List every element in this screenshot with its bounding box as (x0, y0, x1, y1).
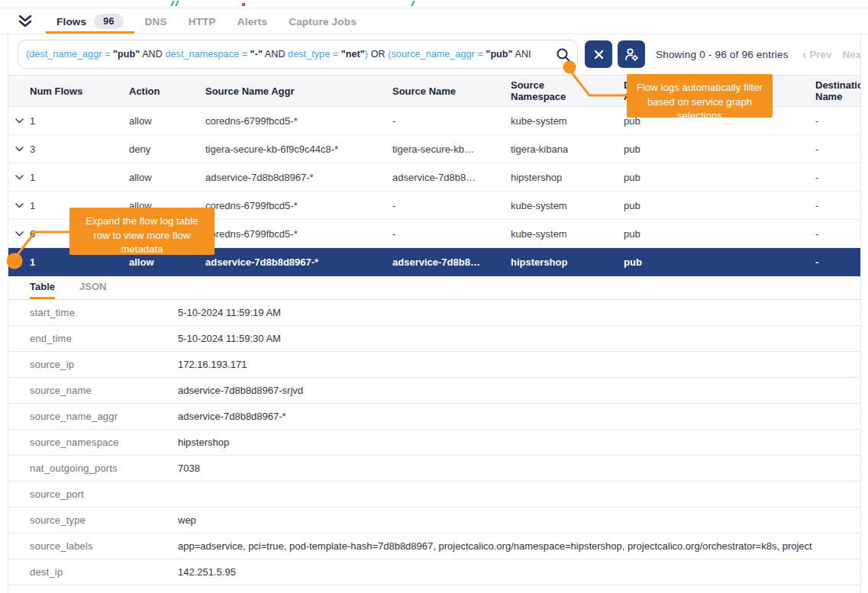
tab-capture-jobs[interactable]: Capture Jobs (278, 9, 367, 34)
detail-tabs: TableJSON (8, 276, 860, 300)
cell-sna: coredns-6799fbcd5-* (205, 115, 392, 127)
field-value: wep (178, 514, 860, 526)
tab-label: DNS (145, 16, 167, 27)
column-header-action[interactable]: Action (129, 85, 205, 97)
field-value: 5-10-2024 11:59:30 AM (178, 333, 860, 344)
query-punct: = (102, 49, 113, 60)
flow-detail-panel: TableJSON start_time5-10-2024 11:59:19 A… (8, 276, 860, 585)
detail-tab-json[interactable]: JSON (79, 281, 106, 299)
detail-tab-table[interactable]: Table (30, 281, 55, 299)
query-punct: = (330, 49, 341, 60)
cell-sn: - (392, 115, 511, 127)
field-value: 5-10-2024 11:59:19 AM (178, 307, 860, 318)
field-value: 142.251.5.95 (178, 566, 860, 578)
cell-action: allow (129, 115, 205, 127)
column-header-sna[interactable]: Source Name Aggr (205, 85, 392, 97)
query-keyword: ANI (513, 49, 531, 60)
tab-flows[interactable]: Flows96 (46, 9, 134, 34)
chevron-down-icon (15, 175, 24, 180)
cell-action: deny (129, 143, 205, 155)
cell-sns: kube-system (511, 115, 624, 127)
cell-sns: hipstershop (511, 172, 624, 183)
detail-field-source_port: source_port (8, 482, 860, 508)
flow-row[interactable]: 3denytigera-secure-kb-6f9c9c44c8-*tigera… (8, 135, 860, 163)
cell-sns: kube-system (511, 200, 624, 211)
column-header-sn[interactable]: Source Name (392, 85, 511, 97)
filter-bar: (dest_name_aggr = "pub" AND dest_namespa… (8, 34, 860, 75)
column-header-dn[interactable]: Destination Name (815, 79, 860, 102)
search-icon[interactable] (555, 47, 572, 63)
column-header-sns[interactable]: Source Namespace (511, 79, 570, 102)
query-keyword: AND (140, 49, 165, 60)
field-value: hipstershop (178, 437, 860, 448)
chevron-down-icon (15, 147, 24, 152)
tab-count-badge: 96 (94, 14, 123, 29)
query-punct: = (239, 49, 250, 60)
cell-dna: pub (624, 256, 815, 268)
flow-row[interactable]: 1allowadservice-7d8b8d8967-*adservice-7d… (8, 163, 860, 192)
pagination: ‹Prev Next› (802, 34, 861, 75)
clear-filter-button[interactable] (585, 40, 612, 68)
double-chevron-down-icon[interactable] (17, 14, 34, 29)
cell-dna: pub (624, 228, 815, 240)
detail-field-source_labels: source_labelsapp=adservice, pci=true, po… (8, 533, 860, 559)
field-value: adservice-7d8b8d8967-* (178, 411, 860, 422)
log-tabs-bar: Flows96DNSHTTPAlertsCapture Jobs (0, 9, 868, 34)
query-field: source_name_aggr (392, 49, 475, 60)
cell-sn: - (392, 228, 511, 240)
cell-dn: - (815, 200, 860, 211)
close-icon (594, 50, 604, 60)
tooltip-filter-info: Flow logs automatically filter based on … (627, 74, 773, 118)
row-expander[interactable] (8, 147, 30, 152)
field-key: dest_ip (30, 566, 178, 578)
graph-artifact (242, 3, 245, 6)
row-expander[interactable] (8, 231, 30, 237)
field-key: end_time (30, 333, 178, 344)
cell-sna: coredns-6799fbcd5-* (205, 228, 392, 240)
cell-dna: pub (624, 172, 815, 183)
detail-field-start_time: start_time5-10-2024 11:59:19 AM (8, 300, 860, 326)
cell-dna: pub (624, 143, 815, 155)
prev-button[interactable]: ‹Prev (802, 48, 832, 62)
row-expander[interactable] (8, 203, 30, 208)
cell-sna: adservice-7d8b8d8967-* (205, 172, 392, 183)
cell-dn: - (815, 228, 860, 240)
cell-sn: tigera-secure-kb… (392, 143, 511, 155)
log-tabs: Flows96DNSHTTPAlertsCapture Jobs (46, 9, 367, 34)
tab-dns[interactable]: DNS (134, 9, 178, 34)
query-punct: = (475, 49, 486, 60)
field-key: source_namespace (30, 437, 178, 448)
field-key: source_name_aggr (30, 411, 178, 422)
query-field: dest_namespace (165, 49, 239, 60)
next-button[interactable]: Next› (843, 48, 861, 62)
cell-action: allow (129, 172, 205, 183)
query-keyword: AND (263, 49, 288, 60)
tab-alerts[interactable]: Alerts (227, 9, 278, 34)
field-key: source_port (30, 488, 178, 500)
detail-field-source_type: source_typewep (8, 508, 860, 533)
graph-artifact (175, 1, 179, 6)
cell-num: 1 (30, 256, 129, 268)
query-value: "pub" (113, 49, 140, 60)
field-key: source_labels (30, 540, 178, 552)
flow-filter-input[interactable]: (dest_name_aggr = "pub" AND dest_namespa… (18, 40, 578, 69)
field-key: nat_outgoing_ports (30, 462, 178, 474)
cell-sn: - (392, 200, 511, 211)
column-header-num[interactable]: Num Flows (30, 85, 89, 97)
chevron-down-icon (15, 118, 24, 124)
cell-dn: - (815, 115, 860, 127)
cell-sna: adservice-7d8b8d8967-* (205, 256, 392, 268)
tab-http[interactable]: HTTP (178, 9, 227, 34)
cell-sna: coredns-6799fbcd5-* (205, 200, 392, 211)
detail-field-end_time: end_time5-10-2024 11:59:30 AM (8, 326, 860, 352)
cell-sna: tigera-secure-kb-6f9c9c44c8-* (205, 143, 392, 155)
row-expander[interactable] (8, 118, 30, 124)
cell-num: 1 (30, 172, 129, 183)
top-strip (0, 0, 868, 8)
row-expander[interactable] (8, 175, 30, 180)
user-settings-button[interactable] (618, 40, 645, 68)
query-field: dest_type (288, 49, 330, 60)
query-field: dest_name_aggr (29, 49, 102, 60)
cell-sn: adservice-7d8b8… (392, 172, 511, 183)
tab-label: HTTP (189, 16, 216, 27)
